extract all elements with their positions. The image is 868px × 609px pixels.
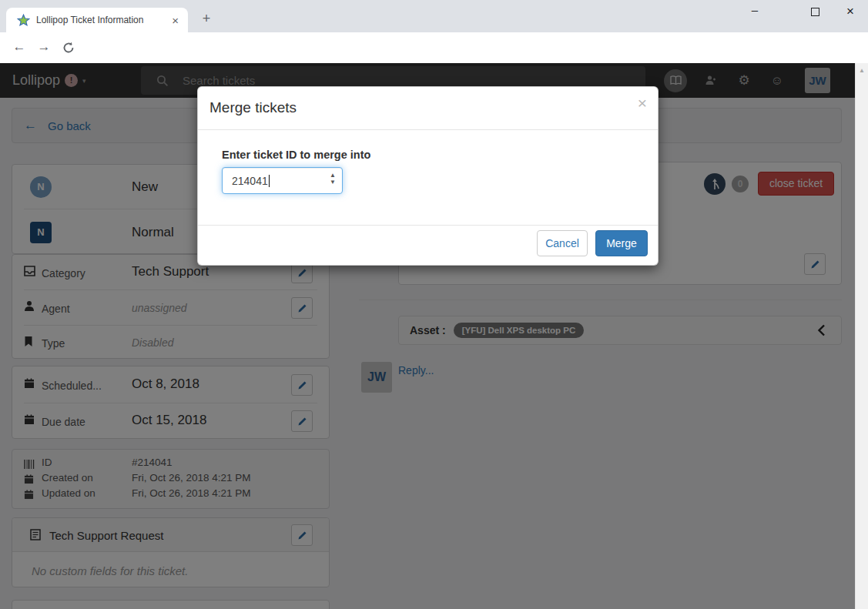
- favicon-star-icon: [17, 14, 30, 27]
- modal-title: Merge tickets: [209, 99, 297, 116]
- forward-icon[interactable]: →: [32, 32, 55, 63]
- window-close-button[interactable]: ×: [835, 0, 866, 24]
- browser-tab[interactable]: Lollipop Ticket Information ×: [6, 8, 188, 32]
- text-caret: [269, 175, 270, 187]
- merge-field-label: Enter ticket ID to merge into: [222, 149, 370, 161]
- window-maximize-button[interactable]: [799, 0, 830, 24]
- input-value: 214041: [232, 175, 268, 187]
- reload-icon[interactable]: [57, 32, 80, 63]
- merge-tickets-modal: Merge tickets × Enter ticket ID to merge…: [197, 86, 659, 266]
- back-icon[interactable]: ←: [8, 32, 31, 63]
- new-tab-button[interactable]: +: [196, 8, 217, 30]
- browser-window: Lollipop Ticket Information × + – × ← → …: [0, 0, 868, 609]
- maximize-icon: [811, 8, 819, 16]
- tab-close-icon[interactable]: ×: [169, 15, 182, 26]
- tab-strip: Lollipop Ticket Information × + – ×: [0, 0, 868, 32]
- browser-toolbar: ← → https://lollipop.mojohelpdesk.net/ma…: [0, 32, 868, 63]
- page-scrollbar[interactable]: ▲: [855, 63, 868, 609]
- tab-title: Lollipop Ticket Information: [36, 15, 169, 25]
- divider: [198, 129, 658, 130]
- scrollbar-up-icon[interactable]: ▲: [856, 63, 868, 74]
- divider: [198, 225, 658, 226]
- merge-button[interactable]: Merge: [595, 230, 648, 256]
- merge-ticket-id-input[interactable]: 214041 ▲▼: [222, 167, 343, 194]
- page-content: Lollipop ! ▾ Search tickets: [0, 63, 855, 609]
- window-minimize-button[interactable]: –: [739, 0, 770, 24]
- modal-close-icon[interactable]: ×: [638, 95, 647, 111]
- cancel-button[interactable]: Cancel: [537, 230, 588, 256]
- number-spinner[interactable]: ▲▼: [330, 172, 336, 186]
